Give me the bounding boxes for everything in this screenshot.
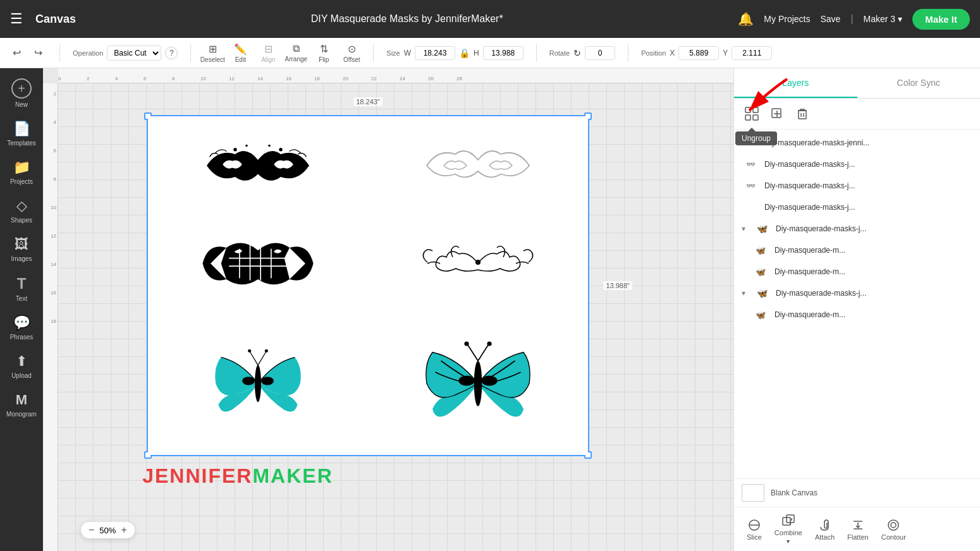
svg-rect-25 — [745, 107, 750, 112]
operation-label: Operation — [73, 49, 103, 57]
sidebar-item-monogram[interactable]: M Monogram — [3, 387, 40, 423]
ungroup-button[interactable] — [742, 104, 762, 124]
operation-select[interactable]: Basic Cut — [107, 45, 161, 61]
svg-point-45 — [891, 523, 896, 528]
menu-icon[interactable]: ☰ — [10, 11, 23, 27]
rotate-label: Rotate — [549, 49, 570, 57]
outline-mask-svg — [415, 137, 541, 194]
ruler-left: 2 4 6 8 10 12 14 16 18 — [43, 83, 58, 551]
notification-bell-icon[interactable]: 🔔 — [738, 11, 754, 27]
shapes-icon: ◇ — [16, 198, 27, 214]
layer-item-3[interactable]: 👓 Diy-masquerade-masks-j... — [734, 175, 980, 197]
delete-layer-button[interactable] — [792, 104, 812, 124]
layer-thumb-5: 🦋 — [753, 222, 771, 236]
add-layer-button[interactable] — [767, 104, 787, 124]
zoom-in-button[interactable]: + — [121, 524, 126, 536]
operation-help-button[interactable]: ? — [165, 47, 178, 59]
svg-point-2 — [279, 148, 282, 151]
topbar-right: 🔔 My Projects Save | Maker 3 ▾ Make It — [738, 9, 970, 30]
sidebar-item-label: Templates — [7, 140, 36, 147]
sidebar-item-shapes[interactable]: ◇ Shapes — [3, 193, 40, 229]
ornamental-svg — [415, 238, 541, 289]
lock-icon[interactable]: 🔒 — [459, 48, 470, 58]
zoom-out-button[interactable]: − — [89, 524, 94, 536]
save-button[interactable]: Save — [820, 14, 840, 24]
design-container[interactable]: 18.243" 13.988" — [147, 115, 589, 456]
sidebar-item-label: Shapes — [11, 217, 32, 224]
layer-name-1: Diy-masquerade-masks-jenni... — [764, 138, 972, 147]
monogram-icon: M — [16, 392, 27, 408]
sidebar-item-projects[interactable]: 📁 Projects — [3, 154, 40, 190]
x-input[interactable] — [678, 46, 719, 60]
flip-button[interactable]: ⇅ Flip — [315, 44, 333, 62]
edit-button[interactable]: ✏️ Edit — [231, 44, 249, 62]
svg-point-14 — [248, 349, 251, 353]
rotate-input[interactable] — [585, 46, 615, 60]
ruler-top: 0 2 4 6 8 10 12 14 16 18 20 22 24 26 28 — [58, 68, 733, 83]
height-dimension-label: 13.988" — [603, 281, 632, 290]
sidebar-item-text[interactable]: T Text — [3, 270, 40, 307]
height-input[interactable] — [483, 46, 524, 60]
sidebar-item-templates[interactable]: 📄 Templates — [3, 116, 40, 152]
layer-thumb-3: 👓 — [742, 179, 759, 193]
my-projects-link[interactable]: My Projects — [764, 14, 810, 24]
brand-jennifer: JENNIFER — [142, 464, 252, 487]
templates-icon: 📄 — [13, 121, 30, 137]
mask-cell-2 — [368, 116, 588, 214]
layer-name-5: Diy-masquerade-masks-j... — [776, 224, 972, 233]
redo-button[interactable]: ↪ — [29, 44, 47, 62]
flatten-button[interactable]: Flatten — [842, 516, 874, 543]
svg-rect-28 — [753, 115, 758, 120]
undo-button[interactable]: ↩ — [8, 44, 25, 62]
canvas-area[interactable]: 0 2 4 6 8 10 12 14 16 18 20 22 24 26 28 … — [43, 68, 733, 551]
width-input[interactable] — [415, 46, 455, 60]
svg-point-22 — [487, 341, 491, 346]
layer-item-4[interactable]: Diy-masquerade-masks-j... — [734, 197, 980, 218]
blank-canvas-thumbnail — [742, 484, 764, 502]
svg-rect-26 — [753, 107, 758, 112]
layer-item-8[interactable]: ▾ 🦋 Diy-masquerade-masks-j... — [734, 282, 980, 304]
layer-item-2[interactable]: 👓 Diy-masquerade-masks-j... — [734, 154, 980, 175]
make-it-button[interactable]: Make It — [912, 9, 970, 30]
layer-item-9[interactable]: 🦋 Diy-masquerade-m... — [734, 304, 980, 325]
y-input[interactable] — [732, 46, 772, 60]
zoom-controls[interactable]: − 50% + — [81, 522, 135, 538]
sidebar-item-upload[interactable]: ⬆ Upload — [3, 348, 40, 384]
layer-list[interactable]: 👓 Diy-masquerade-masks-jenni... 👓 Diy-ma… — [734, 130, 980, 478]
tab-color-sync[interactable]: Color Sync — [857, 68, 981, 98]
sidebar-item-images[interactable]: 🖼 Images — [3, 231, 40, 267]
contour-button[interactable]: Contour — [876, 516, 911, 543]
offset-button[interactable]: ⊙ Offset — [343, 44, 360, 62]
mask-cell-3 — [148, 214, 368, 312]
layer-item-6[interactable]: 🦋 Diy-masquerade-m... — [734, 239, 980, 261]
sidebar-item-label: Images — [11, 255, 32, 262]
expand-icon-5[interactable]: ▾ — [742, 224, 745, 233]
layer-thumb-9: 🦋 — [752, 308, 769, 322]
layer-item-7[interactable]: 🦋 Diy-masquerade-m... — [734, 261, 980, 282]
machine-selector[interactable]: Maker 3 ▾ — [864, 14, 903, 24]
attach-button[interactable]: Attach — [810, 516, 840, 543]
sidebar-item-label: Upload — [11, 372, 32, 379]
rotate-group: Rotate ↻ — [549, 46, 615, 60]
svg-line-19 — [468, 345, 478, 361]
arrange-button[interactable]: ⧉ Arrange — [287, 44, 305, 62]
combine-button[interactable]: Combine ▾ — [769, 511, 807, 547]
expand-icon-8[interactable]: ▾ — [742, 289, 745, 298]
butterfly-mask-left-svg — [211, 320, 305, 447]
slice-button[interactable]: Slice — [742, 516, 767, 543]
tab-layers[interactable]: Layers — [734, 68, 857, 98]
layer-thumb-8: 🦋 — [753, 286, 771, 300]
canvas-workspace[interactable]: 18.243" 13.988" — [58, 83, 733, 551]
sidebar-item-new[interactable]: + New — [3, 73, 40, 113]
projects-icon: 📁 — [13, 159, 30, 176]
separator-4 — [536, 44, 537, 62]
svg-point-11 — [255, 365, 261, 402]
align-button[interactable]: ⊟ Align — [259, 44, 277, 62]
layer-item-5[interactable]: ▾ 🦋 Diy-masquerade-masks-j... — [734, 218, 980, 239]
layer-name-3: Diy-masquerade-masks-j... — [764, 181, 972, 190]
blank-canvas-label: Blank Canvas — [771, 488, 818, 497]
undo-redo-group: ↩ ↪ — [8, 44, 47, 62]
ungroup-tooltip: Ungroup — [735, 131, 777, 145]
deselect-button[interactable]: ⊞ Deselect — [204, 44, 221, 62]
sidebar-item-phrases[interactable]: 💬 Phrases — [3, 310, 40, 346]
